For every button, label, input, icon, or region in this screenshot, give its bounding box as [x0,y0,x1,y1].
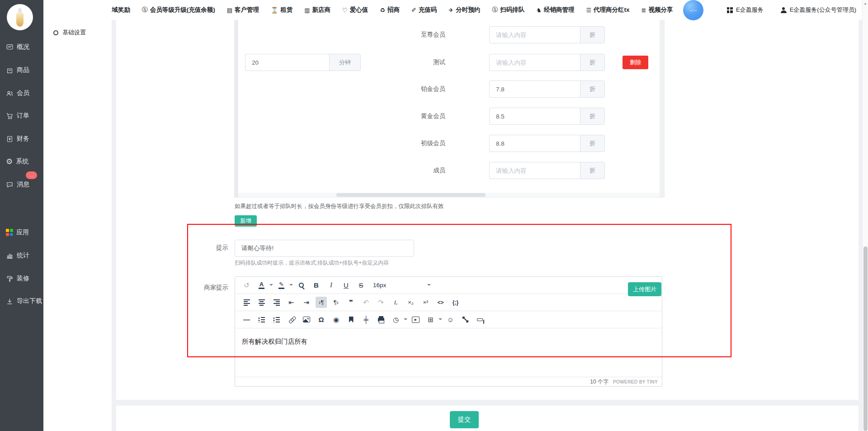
align-left-icon[interactable] [241,297,252,308]
nav-customer-management[interactable]: ▤客户管理 [227,6,259,14]
preview-eye-icon[interactable]: ◉ [330,314,342,325]
rtl-icon[interactable]: ¶‹ [330,297,342,308]
scroll-up-arrow[interactable]: ▲ [863,0,868,6]
outdent-icon[interactable]: ⇤ [286,297,297,308]
nav-dealer-management[interactable]: ♞经销商管理 [536,6,574,14]
ltr-icon[interactable]: ›¶ [316,297,327,308]
nav-love-value[interactable]: ♡爱心值 [342,6,368,14]
blockquote-icon[interactable]: ❞ [345,297,357,308]
align-center-icon[interactable] [256,297,267,308]
horizontal-rule-icon[interactable]: — [241,314,252,325]
scroll-thumb[interactable] [863,246,868,431]
queue-duration-input[interactable] [245,54,329,71]
discount-input[interactable] [489,26,580,43]
numbered-list-icon[interactable] [271,314,282,325]
sidebar-item-system[interactable]: ⚙ 系统 [0,152,43,171]
person-icon [781,7,787,13]
sidebar-item-orders[interactable]: 订单 [0,107,43,125]
powered-by-tiny[interactable]: POWERED BY TINY [613,379,658,384]
add-button[interactable]: 新增 [235,215,257,227]
discount-input[interactable] [489,162,580,179]
nav-time-reservation[interactable]: ✈分时预约 [448,6,480,14]
code-sample-icon[interactable]: {;} [450,297,461,308]
circle-s-icon: Ⓢ [492,6,498,14]
insert-time-icon[interactable]: ◷ [390,314,401,325]
floating-timer-ball[interactable]: --:-- [683,0,703,20]
link-icon[interactable] [286,314,297,325]
nav-investment[interactable]: ♻招商 [380,6,400,14]
heart-icon: ♡ [342,7,348,14]
sidebar-item-messages[interactable]: 消息 [0,175,43,194]
undo-icon[interactable]: ↶ [360,297,372,308]
discount-input[interactable] [489,108,580,125]
history-restore-icon[interactable]: ↺ [241,279,252,291]
nav-member-upgrade[interactable]: Ⓢ会员等级升级(充值余额) [142,6,215,14]
avatar[interactable] [7,4,33,30]
underline-button[interactable]: U [340,279,352,291]
horizontal-scroll-thumb[interactable] [336,193,486,197]
nav-scan-queue[interactable]: Ⓢ扫码排队 [492,6,524,14]
sidebar-item-members[interactable]: 会员 [0,84,43,102]
nav-recharge-code[interactable]: ✐充值码 [411,6,437,14]
strikethrough-button[interactable]: S [355,279,367,291]
format-painter-icon[interactable] [475,314,486,325]
delete-button[interactable]: 删除 [623,56,648,69]
bold-button[interactable]: B [311,279,322,291]
sidebar-item-goods[interactable]: 商品 [0,61,43,79]
align-right-icon[interactable] [271,297,282,308]
chevron-down-icon[interactable] [289,284,293,288]
chevron-down-icon[interactable] [269,284,273,288]
bookmark-anchor-icon[interactable] [345,314,357,325]
nav-video-share[interactable]: ≣视频分享 [642,6,673,14]
clear-formatting-icon[interactable]: Iₓ [390,297,401,308]
redo-icon[interactable]: ↷ [375,297,387,308]
nav-new-store[interactable]: ▥新店商 [304,6,330,14]
discount-input[interactable] [489,81,580,98]
service-menu[interactable]: E企盈服务 [727,6,764,14]
discount-input[interactable] [489,54,580,71]
subsidebar-item-basic-settings[interactable]: 基础设置 [43,26,112,39]
special-character-icon[interactable]: Ω [316,314,327,325]
fullscreen-icon[interactable] [460,314,471,325]
bullet-list-icon[interactable] [256,314,267,325]
editor-content-area[interactable]: 所有解决权归门店所有 [235,328,662,378]
chevron-down-icon[interactable] [439,318,442,322]
cart-icon [6,112,14,120]
emoticon-icon[interactable]: ☺ [445,314,456,325]
sidebar-item-overview[interactable]: 概况 [0,38,43,56]
sidebar-item-finance[interactable]: 财务 [0,130,43,148]
sidebar-item-label: 应用 [16,228,29,237]
superscript-icon[interactable]: ×² [420,297,431,308]
nav-lease[interactable]: ⌛租赁 [271,6,292,14]
sidebar-item-label: 消息 [17,180,29,189]
page-break-icon[interactable]: ╪ [360,314,372,325]
code-icon[interactable]: <> [435,297,446,308]
secondary-sidebar: 基础设置 [43,0,112,431]
insert-table-icon[interactable]: ⊞ [425,314,436,325]
chevron-down-icon[interactable] [404,318,407,322]
italic-button[interactable]: I [326,279,337,291]
indent-icon[interactable]: ⇥ [301,297,312,308]
sidebar-item-decorate[interactable]: 装修 [0,270,43,288]
upload-image-button[interactable]: 上传图片 [628,282,661,296]
sidebar-item-export[interactable]: 导出下载 [0,292,43,310]
nav-agent-dividend[interactable]: ☰代理商分红tx [586,6,629,14]
insert-media-icon[interactable]: ▶ [410,314,421,325]
tip-input[interactable] [235,240,414,257]
grid-logo-icon [727,7,733,13]
discount-input[interactable] [489,135,580,152]
rich-text-editor: ↺ A ✎ B I U S 16px 上传图片 ⇤ ⇥ ›¶ ¶‹ ❞ ↶ ↷ … [235,276,662,387]
font-size-select[interactable]: 16px [373,282,432,289]
page-scrollbar[interactable]: ▲ [862,0,868,431]
submit-button[interactable]: 提交 [450,411,479,428]
panel-horizontal-scrollbar[interactable] [238,193,660,197]
subscript-icon[interactable]: ×₂ [405,297,416,308]
search-replace-icon[interactable] [296,279,307,291]
print-icon[interactable] [375,314,387,325]
sidebar-item-apps[interactable]: 应用 [0,223,43,242]
account-menu[interactable]: E企盈服务(公众号管理员) [781,6,856,14]
insert-image-icon[interactable] [301,314,312,325]
sidebar-item-stats[interactable]: 统计 [0,246,43,265]
text-color-icon[interactable]: A [256,279,267,291]
highlight-color-icon[interactable]: ✎ [276,279,287,291]
